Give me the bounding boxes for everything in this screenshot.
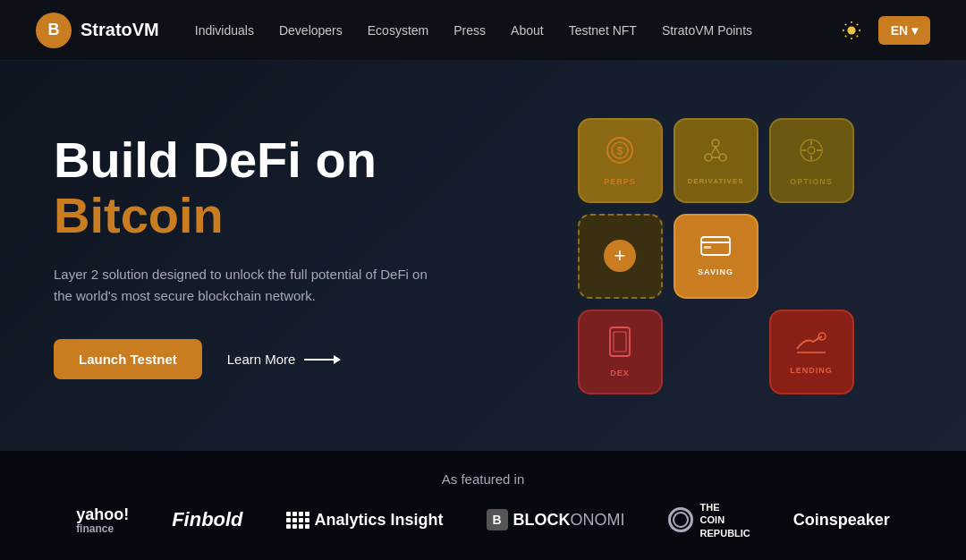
featured-section: As featured in yahoo! finance Finbold An…	[0, 451, 966, 560]
learn-more-text: Learn More	[227, 352, 296, 367]
card-options[interactable]: OPTIONS	[769, 118, 854, 203]
options-label: OPTIONS	[790, 177, 833, 186]
card-perps[interactable]: $ PERPS	[578, 118, 663, 203]
nav-about[interactable]: About	[511, 23, 544, 38]
logo-letter: B	[48, 21, 60, 39]
coin-republic-line3: REPUBLIC	[700, 527, 750, 539]
svg-line-4	[856, 35, 857, 36]
analytics-insight-logo[interactable]: Analytics Insight	[286, 511, 444, 530]
saving-label: SAVING	[698, 267, 733, 276]
yahoo-sub: finance	[76, 522, 129, 535]
finbold-logo[interactable]: Finbold	[172, 508, 242, 531]
logo-circle: B	[36, 13, 72, 48]
coinspeaker-logo[interactable]: Coinspeaker	[793, 511, 890, 530]
dex-icon	[608, 327, 631, 361]
arrow-icon	[304, 359, 340, 361]
featured-title: As featured in	[442, 471, 525, 487]
nav-testnet-nft[interactable]: Testnet NFT	[569, 23, 637, 38]
hero-description: Layer 2 solution designed to unlock the …	[54, 264, 447, 307]
perps-icon: $	[605, 135, 635, 170]
dex-label: DEX	[610, 369, 630, 378]
hero-title: Build DeFi on Bitcoin	[54, 132, 483, 242]
hero-title-line2: Bitcoin	[54, 187, 224, 243]
hero-left: Build DeFi on Bitcoin Layer 2 solution d…	[54, 132, 483, 379]
hero-section: Build DeFi on Bitcoin Layer 2 solution d…	[0, 61, 966, 451]
svg-point-19	[808, 147, 815, 154]
svg-line-8	[856, 23, 857, 24]
nav-right: EN ▾	[839, 16, 930, 45]
card-lending[interactable]: LENDING	[769, 310, 854, 395]
defi-cards-grid: $ PERPS DERIVATIVES	[578, 118, 854, 395]
svg-rect-26	[704, 246, 711, 249]
svg-point-12	[712, 140, 719, 147]
learn-more-link[interactable]: Learn More	[227, 352, 341, 367]
card-plus[interactable]: +	[578, 214, 663, 299]
blockonomi-text: BLOCKONOMI	[513, 511, 625, 530]
yahoo-logo[interactable]: yahoo! finance	[76, 505, 129, 535]
svg-point-0	[847, 26, 855, 34]
analytics-text: Analytics Insight	[315, 511, 444, 530]
logo[interactable]: B StratoVM	[36, 13, 159, 48]
card-derivatives[interactable]: DERIVATIVES	[674, 118, 758, 203]
svg-line-3	[845, 23, 846, 24]
sun-icon	[842, 21, 861, 40]
coin-republic-logo[interactable]: THE COIN REPUBLIC	[668, 501, 750, 539]
derivatives-icon	[700, 135, 731, 170]
logo-name: StratoVM	[80, 20, 159, 40]
analytics-dots-icon	[286, 512, 309, 529]
svg-line-7	[845, 35, 846, 36]
lending-icon	[795, 329, 827, 359]
coin-republic-icon	[668, 507, 693, 532]
navbar: B StratoVM Individuals Developers Ecosys…	[0, 0, 966, 61]
saving-icon	[700, 235, 731, 260]
yahoo-text: yahoo!	[76, 505, 129, 523]
svg-rect-28	[614, 332, 626, 352]
hero-right: $ PERPS DERIVATIVES	[483, 61, 912, 451]
coin-republic-line1: THE	[700, 501, 750, 513]
blockonomi-black: BLOCK	[513, 511, 571, 529]
options-icon	[796, 135, 826, 170]
blockonomi-icon: B	[487, 509, 508, 530]
card-saving[interactable]: SAVING	[674, 214, 758, 299]
svg-point-14	[719, 154, 726, 161]
coin-republic-line2: COIN	[700, 513, 750, 526]
launch-testnet-button[interactable]: Launch Testnet	[54, 339, 202, 379]
hero-title-line1: Build DeFi on	[54, 132, 377, 188]
svg-text:$: $	[617, 145, 623, 157]
lending-label: LENDING	[790, 366, 833, 375]
nav-individuals[interactable]: Individuals	[195, 23, 254, 38]
nav-links: Individuals Developers Ecosystem Press A…	[195, 23, 839, 38]
featured-logos: yahoo! finance Finbold Analytics Insight…	[76, 501, 890, 539]
perps-label: PERPS	[604, 177, 636, 186]
card-dex[interactable]: DEX	[578, 310, 663, 395]
blockonomi-gray: ONOMI	[571, 511, 625, 529]
svg-line-16	[716, 147, 719, 154]
nav-developers[interactable]: Developers	[279, 23, 343, 38]
derivatives-label: DERIVATIVES	[687, 177, 743, 185]
nav-stratovm-points[interactable]: StratoVM Points	[662, 23, 752, 38]
nav-press[interactable]: Press	[453, 23, 486, 38]
svg-line-15	[712, 147, 716, 154]
svg-point-13	[705, 154, 712, 161]
coin-republic-text: THE COIN REPUBLIC	[700, 501, 750, 539]
plus-icon: +	[604, 240, 636, 272]
language-button[interactable]: EN ▾	[878, 16, 930, 45]
theme-toggle[interactable]	[839, 18, 864, 43]
nav-ecosystem[interactable]: Ecosystem	[368, 23, 428, 38]
coinspeaker-text: Coinspeaker	[793, 511, 890, 529]
finbold-text: Finbold	[172, 508, 242, 530]
hero-actions: Launch Testnet Learn More	[54, 339, 483, 379]
blockonomi-logo[interactable]: B BLOCKONOMI	[487, 509, 625, 530]
